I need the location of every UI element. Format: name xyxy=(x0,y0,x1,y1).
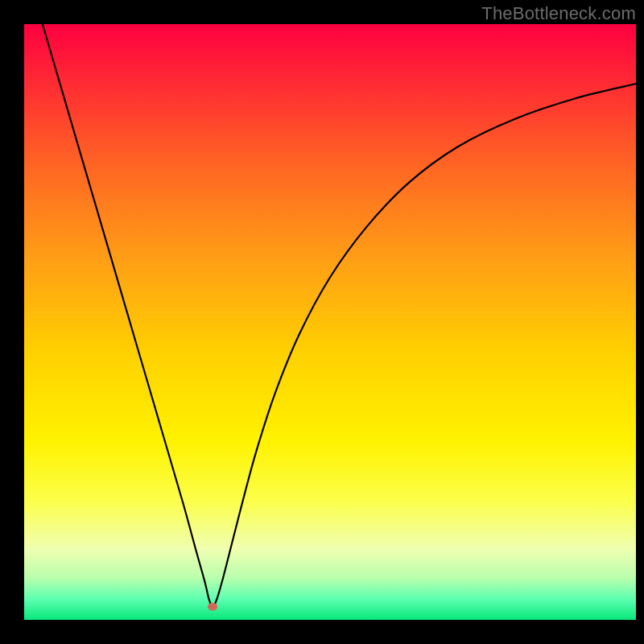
watermark-text: TheBottleneck.com xyxy=(481,3,636,24)
chart-canvas xyxy=(0,0,644,644)
optimum-marker xyxy=(208,603,217,611)
chart-background xyxy=(24,24,636,620)
